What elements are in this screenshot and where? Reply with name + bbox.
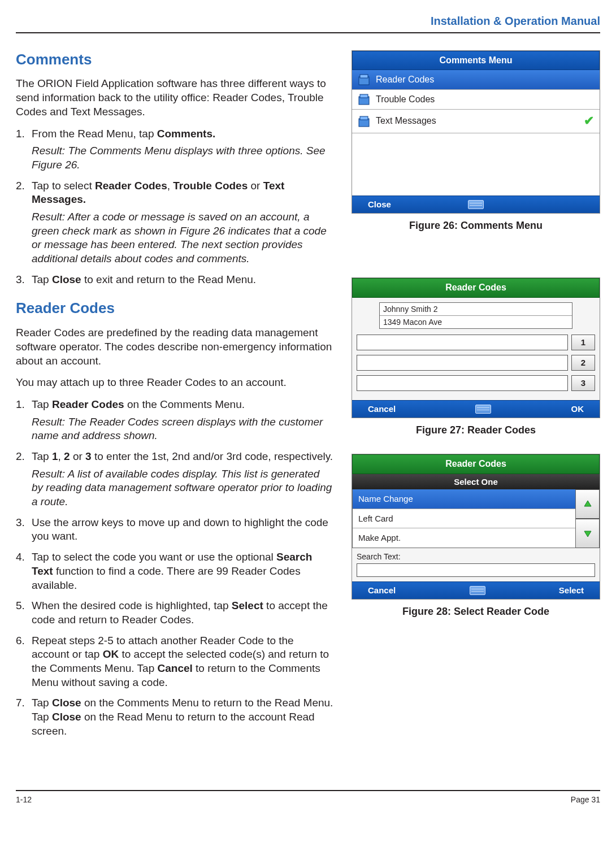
step-number: 7. <box>16 696 25 710</box>
menu-item-label: Text Messages <box>376 115 436 127</box>
customer-address: 1349 Macon Ave <box>380 316 572 328</box>
step-text: From the Read Menu, tap <box>32 128 157 140</box>
code-field-1[interactable] <box>357 335 568 350</box>
menu-item-text-messages[interactable]: Text Messages ✔ <box>352 110 600 133</box>
box-icon <box>358 93 370 106</box>
svg-marker-6 <box>584 501 591 506</box>
step-bold: Trouble Codes <box>173 180 248 192</box>
step-bold: 3 <box>85 450 92 462</box>
list-item[interactable]: Name Change <box>353 489 575 509</box>
step-result: Result: The Reader Codes screen displays… <box>32 415 333 443</box>
step-number: 6. <box>16 634 25 648</box>
step-text: Tap <box>32 398 52 410</box>
left-column: Comments The ORION Field Application sof… <box>16 50 333 745</box>
comments-steps: 1. From the Read Menu, tap Comments. Res… <box>16 127 333 287</box>
list-item[interactable]: Left Card <box>353 509 575 529</box>
arrow-down-icon <box>583 528 593 539</box>
code-list: Name Change Left Card Make Appt. <box>352 489 576 548</box>
cancel-button[interactable]: Cancel <box>368 585 396 596</box>
code-field-3[interactable] <box>357 375 568 391</box>
step-number: 1. <box>16 398 25 412</box>
step-text: or <box>70 450 85 462</box>
comments-heading: Comments <box>16 50 333 70</box>
step-text: Tap <box>32 273 52 285</box>
step-bold: 2 <box>64 450 70 462</box>
step-bold: Close <box>52 711 81 723</box>
list-item[interactable]: Make Appt. <box>353 528 575 548</box>
step-text: to enter the 1st, 2nd and/or 3rd code, r… <box>92 450 333 462</box>
footer-left: 1-12 <box>16 794 32 805</box>
step-text: Tap to select <box>32 180 95 192</box>
right-column: Comments Menu Reader Codes Trouble Codes <box>352 50 600 745</box>
close-button[interactable]: Close <box>368 199 391 210</box>
arrow-up-icon <box>583 499 593 509</box>
arrow-down-button[interactable] <box>576 519 600 548</box>
svg-rect-5 <box>360 116 368 120</box>
step-text: , <box>58 450 64 462</box>
figure-27-caption: Figure 27: Reader Codes <box>352 424 600 437</box>
customer-name: Johnny Smith 2 <box>380 303 572 316</box>
reader-codes-intro-1: Reader Codes are predefined by the readi… <box>16 326 333 368</box>
blank-area <box>352 133 600 196</box>
step-number: 2. <box>16 450 25 464</box>
page-footer: 1-12 Page 31 <box>16 790 600 815</box>
step-number: 1. <box>16 127 25 141</box>
step-result: Result: A list of available codes displa… <box>32 467 333 509</box>
figure-26-caption: Figure 26: Comments Menu <box>352 219 600 232</box>
menu-item-trouble-codes[interactable]: Trouble Codes <box>352 90 600 110</box>
step-text: on the Comments Menu. <box>124 398 245 410</box>
keyboard-icon[interactable] <box>468 200 484 209</box>
reader-codes-title: Reader Codes <box>352 278 600 298</box>
menu-item-label: Trouble Codes <box>376 94 435 106</box>
step-result: Result: The Comments Menu displays with … <box>32 144 333 172</box>
step-bold: Cancel <box>157 662 192 674</box>
step-text: Tap <box>32 450 52 462</box>
menu-item-label: Reader Codes <box>376 74 434 86</box>
step-number: 3. <box>16 516 25 530</box>
arrow-up-button[interactable] <box>576 489 600 519</box>
ok-button[interactable]: OK <box>571 403 584 415</box>
step-number: 2. <box>16 179 25 193</box>
step-text: Tap <box>32 697 52 709</box>
step-bold: Close <box>52 273 81 285</box>
step-text: Tap to select the code you want or use t… <box>32 551 276 563</box>
code-button-2[interactable]: 2 <box>571 355 595 371</box>
step-text: to exit and return to the Read Menu. <box>81 273 256 285</box>
select-button[interactable]: Select <box>559 585 584 596</box>
page-header: Installation & Operation Manual <box>16 0 600 33</box>
figure-28: Reader Codes Select One Name Change Left… <box>352 454 600 618</box>
figure-26: Comments Menu Reader Codes Trouble Codes <box>352 50 600 232</box>
step-bold: 1 <box>52 450 58 462</box>
step-number: 5. <box>16 599 25 613</box>
code-button-3[interactable]: 3 <box>571 375 595 391</box>
step-bold: Select <box>232 600 263 611</box>
select-one-subtitle: Select One <box>352 474 600 490</box>
header-title: Installation & Operation Manual <box>431 15 600 27</box>
cancel-button[interactable]: Cancel <box>368 403 396 415</box>
step-text: Use the arrow keys to move up and down t… <box>32 516 328 542</box>
search-text-label: Search Text: <box>357 552 401 561</box>
step-text: , <box>167 180 173 192</box>
svg-rect-1 <box>360 75 368 78</box>
keyboard-icon[interactable] <box>470 586 485 595</box>
code-field-2[interactable] <box>357 355 568 371</box>
code-button-1[interactable]: 1 <box>571 335 595 350</box>
step-number: 3. <box>16 273 25 287</box>
keyboard-icon[interactable] <box>475 405 491 414</box>
menu-item-reader-codes[interactable]: Reader Codes <box>352 70 600 90</box>
check-icon: ✔ <box>584 113 594 129</box>
reader-codes-title: Reader Codes <box>352 454 600 474</box>
customer-info: Johnny Smith 2 1349 Macon Ave <box>379 302 572 329</box>
figure-27: Reader Codes Johnny Smith 2 1349 Macon A… <box>352 277 600 437</box>
step-bold: Comments. <box>157 128 215 140</box>
step-text: or <box>248 180 263 192</box>
reader-codes-heading: Reader Codes <box>16 299 333 318</box>
box-icon <box>358 115 370 128</box>
search-text-input[interactable] <box>357 563 595 577</box>
step-result: Result: After a code or message is saved… <box>32 210 333 266</box>
comments-menu-title: Comments Menu <box>352 51 600 71</box>
comments-intro: The ORION Field Application software has… <box>16 77 333 119</box>
step-number: 4. <box>16 550 25 565</box>
svg-rect-3 <box>360 94 368 98</box>
step-bold: Close <box>52 697 81 709</box>
